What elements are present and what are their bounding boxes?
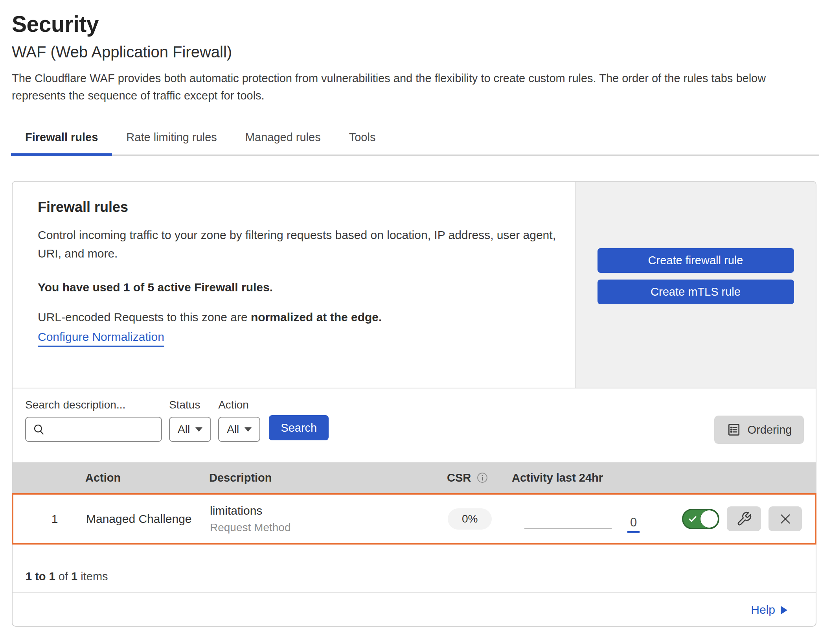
csr-badge: 0% (448, 508, 492, 530)
column-header-description: Description (209, 471, 429, 484)
rule-description: limitations (210, 504, 430, 517)
tab-firewall-rules[interactable]: Firewall rules (11, 129, 112, 155)
create-mtls-rule-button[interactable]: Create mTLS rule (598, 280, 794, 304)
rule-description-cell: limitations Request Method (210, 504, 430, 534)
page-subtitle: WAF (Web Application Firewall) (12, 43, 816, 61)
card-description: Control incoming traffic to your zone by… (38, 226, 559, 263)
tab-managed-rules[interactable]: Managed rules (231, 129, 335, 155)
csr-header-label: CSR (447, 471, 471, 484)
url-note-text: URL-encoded Requests to this zone are (38, 311, 251, 324)
configure-normalization-link[interactable]: Configure Normalization (38, 330, 164, 347)
items-total: 1 (71, 570, 77, 583)
search-input[interactable] (50, 423, 156, 436)
action-filter-group: Action All (218, 399, 260, 442)
column-header-activity: Activity last 24hr (512, 471, 677, 484)
edit-rule-button[interactable] (727, 506, 761, 531)
tab-bar: Firewall rules Rate limiting rules Manag… (11, 129, 819, 156)
card-top-section: Firewall rules Control incoming traffic … (13, 182, 816, 388)
help-bar: Help (13, 593, 816, 626)
check-icon (688, 514, 698, 524)
tab-rate-limiting-rules[interactable]: Rate limiting rules (112, 129, 231, 155)
page-title: Security (12, 11, 816, 37)
status-dropdown-value: All (178, 423, 190, 436)
search-group: Search description... (25, 399, 162, 442)
firewall-rules-card: Firewall rules Control incoming traffic … (12, 181, 816, 627)
help-link-label: Help (751, 603, 775, 616)
rule-match-field: Request Method (210, 521, 430, 534)
status-dropdown[interactable]: All (169, 417, 211, 442)
create-firewall-rule-button[interactable]: Create firewall rule (598, 248, 794, 273)
items-of: of (55, 570, 71, 583)
search-icon (32, 423, 46, 436)
filter-bar: Search description... Status All Action (13, 388, 816, 462)
items-suffix: items (77, 570, 108, 583)
action-label: Action (218, 399, 260, 411)
help-link[interactable]: Help (751, 603, 787, 616)
table-header: Action Description CSR Activity last 24h… (13, 462, 816, 493)
rule-csr-cell: 0% (430, 508, 513, 530)
rule-controls (678, 506, 815, 531)
firewall-rules-info: Firewall rules Control incoming traffic … (13, 182, 575, 388)
close-icon (778, 512, 792, 526)
rule-activity-cell: 0 (513, 505, 678, 533)
pagination-summary: 1 to 1 of 1 items (13, 545, 816, 593)
items-range: 1 to 1 (26, 570, 55, 583)
card-heading: Firewall rules (38, 199, 559, 215)
rule-priority-number: 1 (32, 512, 58, 526)
ordered-list-icon (726, 422, 741, 437)
page-header: Security WAF (Web Application Firewall) … (12, 11, 816, 104)
page-description: The Cloudflare WAF provides both automat… (12, 70, 810, 104)
action-dropdown-value: All (227, 423, 239, 436)
firewall-rule-row[interactable]: 1 Managed Challenge limitations Request … (12, 493, 816, 545)
search-button[interactable]: Search (269, 415, 329, 440)
toggle-knob (700, 510, 718, 528)
caret-right-icon (781, 606, 787, 615)
delete-rule-button[interactable] (768, 506, 802, 531)
wrench-icon (736, 511, 752, 527)
action-dropdown[interactable]: All (218, 417, 260, 442)
url-normalization-note: URL-encoded Requests to this zone are no… (38, 311, 559, 324)
info-icon[interactable] (476, 472, 488, 484)
ordering-button-label: Ordering (748, 423, 792, 436)
status-filter-group: Status All (169, 399, 211, 442)
status-label: Status (169, 399, 211, 411)
chevron-down-icon (245, 427, 252, 432)
url-note-bold: normalized at the edge. (251, 311, 382, 324)
search-box[interactable] (25, 417, 162, 442)
activity-sparkline (524, 528, 612, 529)
tab-tools[interactable]: Tools (335, 129, 390, 155)
column-header-action: Action (75, 471, 209, 484)
rule-enabled-toggle[interactable] (682, 509, 719, 529)
rule-action-value: Managed Challenge (76, 512, 210, 526)
activity-count-link[interactable]: 0 (627, 516, 640, 533)
chevron-down-icon (195, 427, 202, 432)
ordering-button[interactable]: Ordering (714, 416, 804, 444)
search-label: Search description... (25, 399, 162, 411)
column-header-csr: CSR (429, 471, 512, 484)
usage-summary: You have used 1 of 5 active Firewall rul… (38, 281, 559, 294)
card-actions-panel: Create firewall rule Create mTLS rule (575, 182, 816, 388)
